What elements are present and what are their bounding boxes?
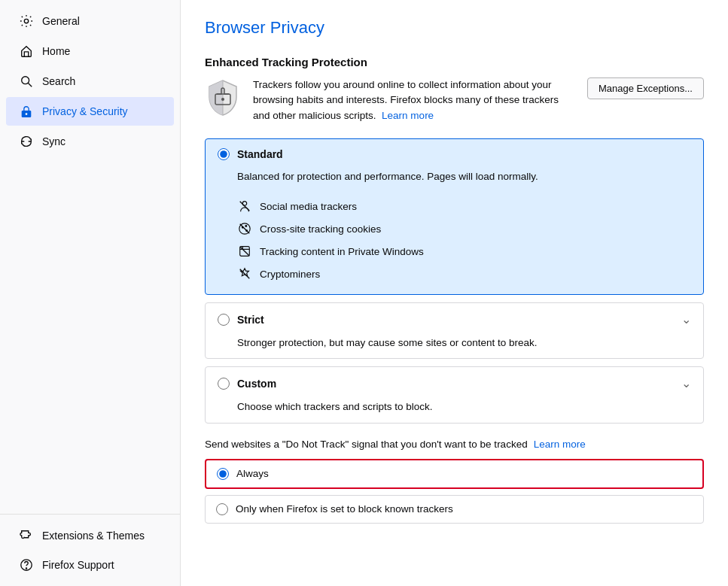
learn-more-link[interactable]: Learn more: [382, 110, 434, 121]
custom-option-header: Custom ⌄: [206, 367, 703, 399]
svg-point-6: [26, 568, 26, 569]
social-tracker-icon: [237, 199, 252, 214]
puzzle-icon: [18, 527, 35, 544]
dnt-always-label: Always: [236, 468, 269, 479]
custom-option-desc: Choose which trackers and scripts to blo…: [206, 399, 703, 422]
tracking-text: Trackers follow you around online to col…: [253, 77, 575, 123]
standard-option-card: Standard Balanced for protection and per…: [205, 138, 704, 295]
dnt-only-trackers-option[interactable]: Only when Firefox is set to block known …: [205, 495, 704, 524]
strict-option-card: Strict ⌄ Stronger protection, but may ca…: [205, 302, 704, 359]
sidebar-item-search-label: Search: [42, 75, 75, 87]
shield-icon: [205, 77, 241, 120]
sidebar-item-general[interactable]: General: [6, 7, 174, 35]
feature-private-windows: Tracking content in Private Windows: [237, 240, 691, 263]
lock-icon: [18, 103, 35, 120]
standard-radio[interactable]: [218, 148, 230, 160]
private-window-icon: [237, 244, 252, 259]
dnt-learn-more-link[interactable]: Learn more: [534, 439, 586, 450]
custom-option-label: Custom: [237, 378, 681, 390]
svg-line-16: [240, 224, 250, 234]
standard-option-label: Standard: [237, 148, 691, 160]
svg-line-21: [240, 269, 250, 279]
strict-radio[interactable]: [218, 314, 230, 326]
custom-option-card: Custom ⌄ Choose which trackers and scrip…: [205, 366, 704, 423]
feature-cross-site-label: Cross-site tracking cookies: [260, 223, 381, 235]
sidebar-item-sync[interactable]: Sync: [6, 127, 174, 156]
custom-radio[interactable]: [218, 378, 230, 390]
section-title: Enhanced Tracking Protection: [205, 56, 704, 68]
svg-point-1: [22, 77, 29, 84]
dnt-description: Send websites a "Do Not Track" signal th…: [205, 439, 704, 450]
svg-point-0: [24, 19, 28, 23]
sidebar-item-privacy[interactable]: Privacy & Security: [6, 97, 174, 126]
strict-option-desc: Stronger protection, but may cause some …: [206, 336, 703, 358]
sidebar-item-support[interactable]: Firefox Support: [6, 551, 174, 579]
dnt-always-radio[interactable]: [217, 468, 229, 480]
feature-social-media-label: Social media trackers: [260, 201, 357, 212]
sidebar-item-home-label: Home: [42, 45, 70, 57]
sidebar-item-privacy-label: Privacy & Security: [42, 105, 128, 117]
help-icon: [18, 557, 35, 573]
sidebar-item-home[interactable]: Home: [6, 37, 174, 65]
svg-point-4: [26, 113, 28, 115]
sidebar-bottom: Extensions & Themes Firefox Support: [0, 514, 180, 580]
standard-option-desc: Balanced for protection and performance.…: [206, 169, 703, 192]
custom-expand-icon: ⌄: [681, 376, 691, 390]
sidebar-item-extensions[interactable]: Extensions & Themes: [6, 521, 174, 550]
feature-cryptominers-label: Cryptominers: [260, 269, 320, 280]
sync-icon: [18, 133, 35, 150]
tracking-description: Trackers follow you around online to col…: [205, 77, 704, 123]
dnt-desc-text: Send websites a "Do Not Track" signal th…: [205, 439, 528, 450]
dnt-section: Send websites a "Do Not Track" signal th…: [205, 439, 704, 524]
cryptominer-icon: [237, 266, 252, 281]
sidebar-item-sync-label: Sync: [42, 135, 65, 147]
svg-line-20: [240, 247, 250, 257]
sidebar: General Home Search Privacy & Secur: [0, 0, 181, 586]
svg-point-9: [221, 98, 224, 101]
search-icon: [18, 73, 35, 90]
feature-private-windows-label: Tracking content in Private Windows: [260, 246, 424, 257]
sidebar-item-search[interactable]: Search: [6, 67, 174, 96]
main-content: Browser Privacy Enhanced Tracking Protec…: [181, 0, 728, 586]
svg-point-14: [245, 226, 247, 227]
strict-expand-icon: ⌄: [681, 312, 691, 326]
feature-cross-site: Cross-site tracking cookies: [237, 217, 691, 240]
standard-option-header: Standard: [206, 139, 703, 169]
strict-option-label: Strict: [237, 314, 681, 326]
page-title: Browser Privacy: [205, 18, 704, 38]
svg-line-2: [28, 83, 32, 87]
gear-icon: [18, 13, 35, 29]
home-icon: [18, 43, 35, 59]
cookie-blocked-icon: [237, 221, 252, 236]
sidebar-item-extensions-label: Extensions & Themes: [42, 530, 145, 542]
sidebar-item-general-label: General: [42, 15, 80, 27]
dnt-only-trackers-radio[interactable]: [216, 503, 228, 515]
feature-cryptominers: Cryptominers: [237, 263, 691, 285]
strict-option-header: Strict ⌄: [206, 303, 703, 336]
sidebar-item-support-label: Firefox Support: [42, 559, 114, 571]
feature-social-media: Social media trackers: [237, 195, 691, 217]
dnt-always-option[interactable]: Always: [205, 459, 704, 489]
standard-features-list: Social media trackers Cross-site trackin…: [206, 192, 703, 294]
dnt-only-trackers-label: Only when Firefox is set to block known …: [236, 503, 453, 515]
manage-exceptions-button[interactable]: Manage Exceptions...: [587, 77, 704, 99]
